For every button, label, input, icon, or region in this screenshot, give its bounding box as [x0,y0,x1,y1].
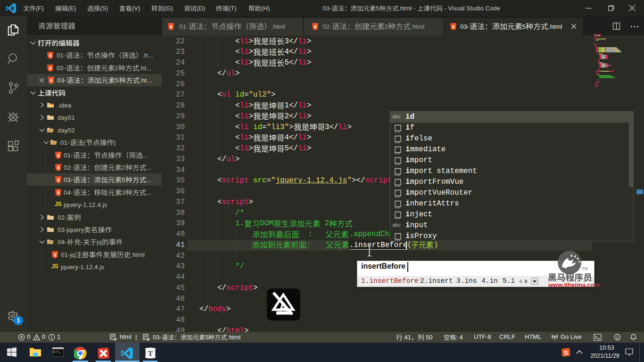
svg-text:C:\_: C:\_ [53,350,62,354]
svg-text:A: A [279,300,288,314]
svg-text:T: T [148,350,153,357]
svg-text:S: S [564,349,568,356]
